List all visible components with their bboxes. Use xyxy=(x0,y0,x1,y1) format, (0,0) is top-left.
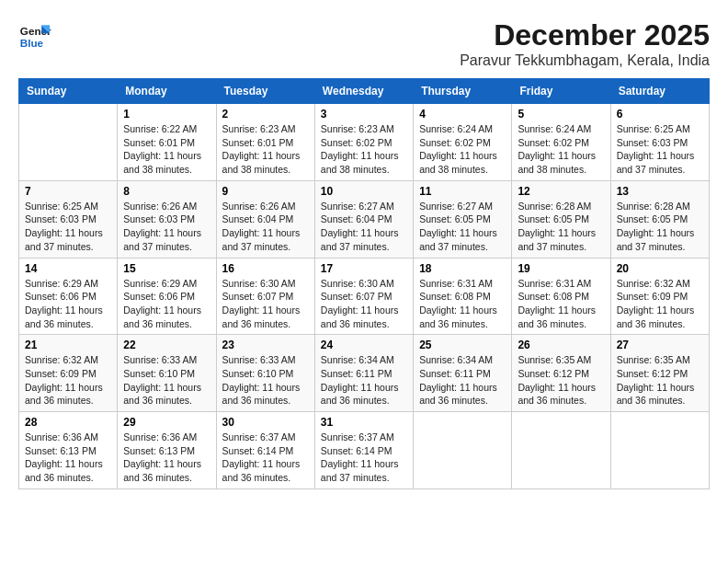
day-info: Sunrise: 6:29 AM Sunset: 6:06 PM Dayligh… xyxy=(123,277,210,331)
day-number: 4 xyxy=(419,108,506,121)
day-number: 23 xyxy=(222,339,309,351)
day-info: Sunrise: 6:25 AM Sunset: 6:03 PM Dayligh… xyxy=(25,200,111,254)
calendar-cell: 12Sunrise: 6:28 AM Sunset: 6:05 PM Dayli… xyxy=(512,180,610,258)
calendar-cell: 28Sunrise: 6:36 AM Sunset: 6:13 PM Dayli… xyxy=(19,412,118,489)
day-info: Sunrise: 6:32 AM Sunset: 6:09 PM Dayligh… xyxy=(617,277,703,331)
svg-text:Blue: Blue xyxy=(20,37,44,49)
day-info: Sunrise: 6:31 AM Sunset: 6:08 PM Dayligh… xyxy=(419,277,506,331)
calendar-cell: 1Sunrise: 6:22 AM Sunset: 6:01 PM Daylig… xyxy=(118,104,216,181)
calendar-week-2: 7Sunrise: 6:25 AM Sunset: 6:03 PM Daylig… xyxy=(19,180,710,258)
day-number: 29 xyxy=(123,416,210,429)
calendar-cell: 6Sunrise: 6:25 AM Sunset: 6:03 PM Daylig… xyxy=(610,104,709,181)
calendar-cell: 11Sunrise: 6:27 AM Sunset: 6:05 PM Dayli… xyxy=(414,180,512,258)
day-number: 21 xyxy=(25,339,111,351)
calendar-header-row: SundayMondayTuesdayWednesdayThursdayFrid… xyxy=(19,79,710,104)
day-number: 8 xyxy=(123,185,210,198)
day-info: Sunrise: 6:27 AM Sunset: 6:05 PM Dayligh… xyxy=(419,200,506,254)
calendar-cell: 20Sunrise: 6:32 AM Sunset: 6:09 PM Dayli… xyxy=(610,258,709,335)
calendar-cell: 8Sunrise: 6:26 AM Sunset: 6:03 PM Daylig… xyxy=(118,180,216,258)
calendar-week-5: 28Sunrise: 6:36 AM Sunset: 6:13 PM Dayli… xyxy=(19,412,710,489)
day-number: 18 xyxy=(419,262,506,275)
column-header-thursday: Thursday xyxy=(414,79,512,104)
day-number: 2 xyxy=(222,108,309,121)
day-number: 20 xyxy=(617,262,703,275)
calendar-cell xyxy=(414,412,512,489)
calendar-week-1: 1Sunrise: 6:22 AM Sunset: 6:01 PM Daylig… xyxy=(19,104,710,181)
logo-icon: General Blue xyxy=(18,18,51,52)
day-number: 26 xyxy=(518,339,604,351)
day-number: 3 xyxy=(321,108,407,121)
day-info: Sunrise: 6:36 AM Sunset: 6:13 PM Dayligh… xyxy=(123,431,210,485)
calendar-cell: 22Sunrise: 6:33 AM Sunset: 6:10 PM Dayli… xyxy=(118,335,216,412)
day-info: Sunrise: 6:30 AM Sunset: 6:07 PM Dayligh… xyxy=(222,277,309,331)
day-info: Sunrise: 6:34 AM Sunset: 6:11 PM Dayligh… xyxy=(419,353,506,408)
day-number: 9 xyxy=(222,185,309,198)
column-header-sunday: Sunday xyxy=(19,79,118,104)
calendar-cell: 24Sunrise: 6:34 AM Sunset: 6:11 PM Dayli… xyxy=(314,335,413,412)
calendar-cell: 2Sunrise: 6:23 AM Sunset: 6:01 PM Daylig… xyxy=(216,104,314,181)
calendar-cell: 5Sunrise: 6:24 AM Sunset: 6:02 PM Daylig… xyxy=(512,104,610,181)
calendar-cell: 23Sunrise: 6:33 AM Sunset: 6:10 PM Dayli… xyxy=(216,335,314,412)
logo: General Blue xyxy=(18,18,51,52)
day-number: 17 xyxy=(321,262,407,275)
day-info: Sunrise: 6:32 AM Sunset: 6:09 PM Dayligh… xyxy=(25,353,111,408)
calendar-cell: 10Sunrise: 6:27 AM Sunset: 6:04 PM Dayli… xyxy=(314,180,413,258)
day-number: 30 xyxy=(222,416,309,429)
day-number: 28 xyxy=(25,416,111,429)
calendar-cell: 25Sunrise: 6:34 AM Sunset: 6:11 PM Dayli… xyxy=(414,335,512,412)
day-info: Sunrise: 6:35 AM Sunset: 6:12 PM Dayligh… xyxy=(617,353,703,408)
day-number: 16 xyxy=(222,262,309,275)
day-info: Sunrise: 6:36 AM Sunset: 6:13 PM Dayligh… xyxy=(25,431,111,485)
day-info: Sunrise: 6:22 AM Sunset: 6:01 PM Dayligh… xyxy=(123,122,210,177)
day-number: 19 xyxy=(518,262,604,275)
day-info: Sunrise: 6:23 AM Sunset: 6:02 PM Dayligh… xyxy=(321,122,407,177)
column-header-friday: Friday xyxy=(512,79,610,104)
calendar-week-3: 14Sunrise: 6:29 AM Sunset: 6:06 PM Dayli… xyxy=(19,258,710,335)
calendar-cell xyxy=(610,412,709,489)
day-number: 6 xyxy=(617,108,703,121)
day-info: Sunrise: 6:26 AM Sunset: 6:03 PM Dayligh… xyxy=(123,200,210,254)
calendar-cell: 27Sunrise: 6:35 AM Sunset: 6:12 PM Dayli… xyxy=(610,335,709,412)
day-info: Sunrise: 6:33 AM Sunset: 6:10 PM Dayligh… xyxy=(222,353,309,408)
page-header: General Blue December 2025 Paravur Tekku… xyxy=(18,18,710,69)
calendar-table: SundayMondayTuesdayWednesdayThursdayFrid… xyxy=(18,78,710,489)
calendar-cell: 18Sunrise: 6:31 AM Sunset: 6:08 PM Dayli… xyxy=(414,258,512,335)
calendar-cell: 30Sunrise: 6:37 AM Sunset: 6:14 PM Dayli… xyxy=(216,412,314,489)
location-title: Paravur Tekkumbhagam, Kerala, India xyxy=(460,52,710,69)
day-info: Sunrise: 6:34 AM Sunset: 6:11 PM Dayligh… xyxy=(321,353,407,408)
month-title: December 2025 xyxy=(460,18,710,52)
calendar-cell: 3Sunrise: 6:23 AM Sunset: 6:02 PM Daylig… xyxy=(314,104,413,181)
day-number: 15 xyxy=(123,262,210,275)
day-info: Sunrise: 6:28 AM Sunset: 6:05 PM Dayligh… xyxy=(617,200,703,254)
day-number: 14 xyxy=(25,262,111,275)
day-info: Sunrise: 6:23 AM Sunset: 6:01 PM Dayligh… xyxy=(222,122,309,177)
calendar-cell: 9Sunrise: 6:26 AM Sunset: 6:04 PM Daylig… xyxy=(216,180,314,258)
calendar-cell: 31Sunrise: 6:37 AM Sunset: 6:14 PM Dayli… xyxy=(314,412,413,489)
day-number: 11 xyxy=(419,185,506,198)
calendar-cell: 7Sunrise: 6:25 AM Sunset: 6:03 PM Daylig… xyxy=(19,180,118,258)
day-info: Sunrise: 6:27 AM Sunset: 6:04 PM Dayligh… xyxy=(321,200,407,254)
day-number: 5 xyxy=(518,108,604,121)
day-info: Sunrise: 6:33 AM Sunset: 6:10 PM Dayligh… xyxy=(123,353,210,408)
day-number: 1 xyxy=(123,108,210,121)
day-info: Sunrise: 6:24 AM Sunset: 6:02 PM Dayligh… xyxy=(518,122,604,177)
day-info: Sunrise: 6:37 AM Sunset: 6:14 PM Dayligh… xyxy=(222,431,309,485)
day-info: Sunrise: 6:37 AM Sunset: 6:14 PM Dayligh… xyxy=(321,431,407,485)
calendar-cell: 4Sunrise: 6:24 AM Sunset: 6:02 PM Daylig… xyxy=(414,104,512,181)
column-header-wednesday: Wednesday xyxy=(314,79,413,104)
column-header-saturday: Saturday xyxy=(610,79,709,104)
day-info: Sunrise: 6:25 AM Sunset: 6:03 PM Dayligh… xyxy=(617,122,703,177)
column-header-tuesday: Tuesday xyxy=(216,79,314,104)
calendar-cell xyxy=(19,104,118,181)
calendar-cell: 14Sunrise: 6:29 AM Sunset: 6:06 PM Dayli… xyxy=(19,258,118,335)
day-number: 31 xyxy=(321,416,407,429)
calendar-week-4: 21Sunrise: 6:32 AM Sunset: 6:09 PM Dayli… xyxy=(19,335,710,412)
calendar-cell xyxy=(512,412,610,489)
day-number: 25 xyxy=(419,339,506,351)
calendar-cell: 26Sunrise: 6:35 AM Sunset: 6:12 PM Dayli… xyxy=(512,335,610,412)
day-number: 27 xyxy=(617,339,703,351)
day-number: 24 xyxy=(321,339,407,351)
title-block: December 2025 Paravur Tekkumbhagam, Kera… xyxy=(460,18,710,69)
day-number: 12 xyxy=(518,185,604,198)
day-number: 22 xyxy=(123,339,210,351)
